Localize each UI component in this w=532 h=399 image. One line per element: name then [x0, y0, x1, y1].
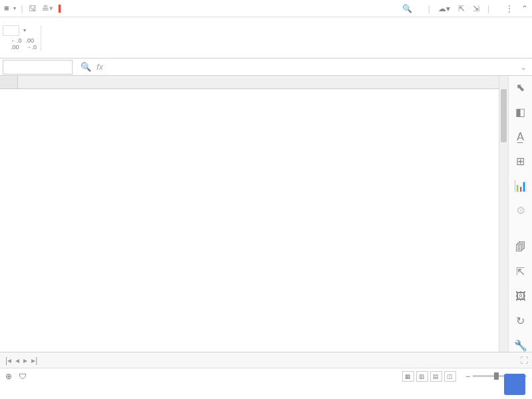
image-icon[interactable]: 🖼 [514, 290, 527, 303]
sheet-nav: |◂ ◂ ▸ ▸| [0, 356, 43, 365]
export-icon[interactable]: ⇲ [473, 4, 479, 13]
hamburger-icon: ≡ [4, 3, 9, 13]
sheet-last-icon[interactable]: ▸| [31, 356, 37, 365]
ribbon: ▾ ←.0.00 .00→.0 [0, 17, 532, 59]
formula-bar-row: 🔍 fx ⌄ [0, 59, 532, 76]
shield-icon: 🛡 [19, 372, 27, 381]
menubar: ≡ ▾ | 🖫 🖶▾ ▌ 🔍 | ☁▾ ⇱ ⇲ | ⋮ ⌃ [0, 0, 532, 17]
zoom-control: − + [463, 372, 527, 381]
formula-expand-icon[interactable]: ⌄ [515, 63, 532, 72]
fx-icon[interactable]: fx [97, 62, 103, 72]
search-icon[interactable]: 🔍 [402, 4, 412, 13]
view-buttons: ▦ ▥ ▤ ◫ [402, 371, 456, 382]
sheet-tab-bar: |◂ ◂ ▸ ▸| ⛶ [0, 352, 532, 368]
save-icon[interactable]: 🖫 [29, 4, 37, 13]
cloud-icon[interactable]: ☁▾ [438, 4, 450, 13]
fullscreen-icon[interactable]: ⛶ [516, 356, 532, 365]
view-break[interactable]: ▤ [430, 371, 442, 382]
status-bar: ⊕ 🛡 ▦ ▥ ▤ ◫ − + [0, 368, 532, 384]
dec-inc-btn[interactable]: ←.0.00 [11, 37, 22, 51]
more-icon[interactable]: ⋮ [505, 4, 513, 13]
zoom-slider[interactable] [473, 375, 519, 377]
refresh-icon[interactable]: ↻ [514, 315, 527, 327]
style-icon[interactable]: A̲ [514, 130, 527, 143]
cursor-icon[interactable]: ⬉ [514, 81, 527, 94]
side-panel: ⬉ ◧ A̲ ⊞ 📊 ⚙ 🗐 ⇱ 🖼 ↻ 🔧 [508, 76, 532, 352]
chart-icon[interactable]: 📊 [514, 180, 527, 192]
sheet-next-icon[interactable]: ▸ [23, 356, 27, 365]
fx-search-icon[interactable]: 🔍 [81, 62, 91, 72]
format-dropdown[interactable] [3, 25, 19, 36]
view-normal[interactable]: ▦ [402, 371, 414, 382]
select-all-corner[interactable] [0, 76, 18, 88]
formula-input[interactable] [109, 60, 515, 74]
zoom-in[interactable]: + [522, 372, 527, 381]
tools-icon[interactable]: 🔧 [514, 339, 527, 352]
menu-dots-icon[interactable]: ⊕ [5, 372, 12, 381]
zoom-out[interactable]: − [465, 372, 470, 381]
grid-main[interactable] [0, 76, 508, 352]
sheet-first-icon[interactable]: |◂ [5, 356, 11, 365]
rows-area [0, 89, 508, 352]
name-box[interactable] [3, 60, 73, 74]
number-format-group: ▾ ←.0.00 .00→.0 [3, 25, 41, 51]
share2-icon[interactable]: ⇱ [514, 265, 527, 278]
share-icon[interactable]: ⇱ [458, 4, 465, 13]
dec-dec-btn[interactable]: .00→.0 [26, 37, 37, 51]
vertical-scrollbar[interactable] [499, 76, 508, 352]
grid-area: ⬉ ◧ A̲ ⊞ 📊 ⚙ 🗐 ⇱ 🖼 ↻ 🔧 [0, 76, 532, 352]
print-icon[interactable]: 🖶▾ [42, 4, 53, 13]
grid-icon[interactable]: ⊞ [514, 155, 527, 168]
select-icon[interactable]: ◧ [514, 106, 527, 118]
backup-icon[interactable]: 🗐 [514, 241, 527, 253]
settings-icon[interactable]: ⚙ [514, 204, 527, 217]
sheet-prev-icon[interactable]: ◂ [15, 356, 19, 365]
column-headers [0, 76, 508, 89]
chevron-down-icon: ▾ [13, 5, 16, 11]
view-page[interactable]: ▥ [416, 371, 428, 382]
view-reader[interactable]: ◫ [444, 371, 456, 382]
file-menu[interactable]: ≡ ▾ [4, 3, 16, 13]
collapse-icon[interactable]: ⌃ [521, 4, 528, 13]
